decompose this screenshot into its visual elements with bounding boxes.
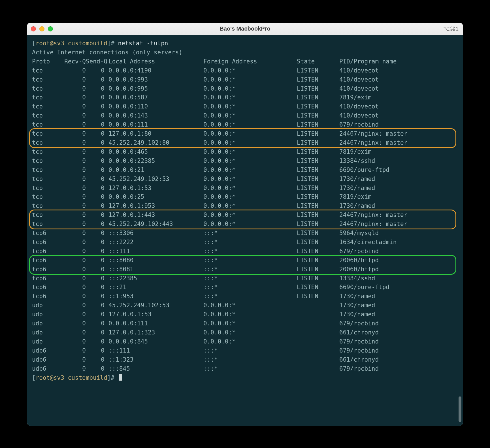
cell-prog: 13384/sshd	[339, 157, 375, 166]
cell-local: 0.0.0.0:110	[108, 102, 203, 111]
cell-proto: tcp6	[32, 238, 57, 247]
cell-prog: 410/dovecot	[339, 66, 379, 75]
terminal-body[interactable]: [root@sv3 custombuild]# netstat -tulpn A…	[27, 35, 463, 426]
cell-recvq: 0	[57, 175, 86, 184]
cell-sendq: 0	[86, 75, 108, 84]
table-row: udp000.0.0.0:1110.0.0.0:*679/rpcbind	[32, 319, 463, 328]
cell-sendq: 0	[86, 202, 108, 211]
cell-state: LISTEN	[297, 157, 339, 166]
table-row: udp00127.0.0.1:3230.0.0.0:*661/chronyd	[32, 328, 463, 337]
cell-sendq: 0	[86, 157, 108, 166]
cell-prog: 24467/nginx: master	[339, 211, 407, 220]
cell-recvq: 0	[57, 247, 86, 256]
cell-proto: tcp	[32, 102, 57, 111]
cell-prog: 20060/httpd	[339, 265, 379, 274]
table-row: udp00127.0.0.1:530.0.0.0:*1730/named	[32, 310, 463, 319]
cell-state: LISTEN	[297, 102, 339, 111]
cell-foreign: :::*	[203, 229, 297, 238]
cell-foreign: 0.0.0.0:*	[203, 337, 297, 346]
cell-foreign: :::*	[203, 355, 297, 364]
cell-sendq: 0	[86, 292, 108, 301]
fullscreen-icon[interactable]	[48, 26, 53, 31]
cell-recvq: 0	[57, 292, 86, 301]
cell-proto: tcp6	[32, 283, 57, 292]
cell-proto: tcp	[32, 157, 57, 166]
cell-local: 45.252.249.102:53	[108, 301, 203, 310]
table-row: tcp600:::8081:::*LISTEN20060/httpd	[32, 265, 463, 274]
cell-foreign: :::*	[203, 346, 297, 355]
cell-local: :::8081	[108, 265, 203, 274]
cell-foreign: :::*	[203, 247, 297, 256]
window-controls	[31, 26, 53, 31]
cell-sendq: 0	[86, 337, 108, 346]
cell-state: LISTEN	[297, 247, 339, 256]
cell-prog: 24467/nginx: master	[339, 129, 407, 138]
column-headers: ProtoRecv-QSend-QLocal AddressForeign Ad…	[32, 57, 463, 66]
cell-local: 127.0.0.1:53	[108, 310, 203, 319]
cell-sendq: 0	[86, 310, 108, 319]
cell-proto: tcp	[32, 111, 57, 120]
cell-proto: tcp	[32, 175, 57, 184]
cell-foreign: :::*	[203, 274, 297, 283]
cell-prog: 6690/pure-ftpd	[339, 283, 389, 292]
cell-local: :::2222	[108, 238, 203, 247]
cell-sendq: 0	[86, 148, 108, 157]
cell-local: ::1:953	[108, 292, 203, 301]
cell-proto: tcp	[32, 211, 57, 220]
cell-sendq: 0	[86, 211, 108, 220]
cell-state: LISTEN	[297, 66, 339, 75]
header-line: Active Internet connections (only server…	[32, 48, 463, 57]
cell-proto: tcp	[32, 184, 57, 193]
cell-prog: 24467/nginx: master	[339, 138, 407, 148]
cell-recvq: 0	[57, 184, 86, 193]
cell-recvq: 0	[57, 265, 86, 274]
cell-prog: 410/dovecot	[339, 111, 379, 120]
scrollbar[interactable]	[459, 396, 461, 422]
cell-local: :::21	[108, 283, 203, 292]
cell-recvq: 0	[57, 75, 86, 84]
cell-proto: tcp6	[32, 229, 57, 238]
cell-foreign: 0.0.0.0:*	[203, 102, 297, 111]
table-row: tcp600:::2222:::*LISTEN1634/directadmin	[32, 238, 463, 247]
cell-foreign: 0.0.0.0:*	[203, 328, 297, 337]
cell-foreign: 0.0.0.0:*	[203, 75, 297, 84]
cell-sendq: 0	[86, 346, 108, 355]
cell-proto: tcp	[32, 120, 57, 129]
cell-prog: 679/rpcbind	[339, 247, 379, 256]
cell-prog: 7819/exim	[339, 93, 372, 102]
cell-sendq: 0	[86, 256, 108, 265]
cell-prog: 679/rpcbind	[339, 319, 379, 328]
cell-foreign: 0.0.0.0:*	[203, 184, 297, 193]
cell-local: 0.0.0.0:845	[108, 337, 203, 346]
cell-foreign: :::*	[203, 256, 297, 265]
cell-prog: 1730/named	[339, 292, 375, 301]
cell-local: 45.252.249.102:53	[108, 175, 203, 184]
cell-proto: tcp	[32, 202, 57, 211]
minimize-icon[interactable]	[39, 26, 44, 31]
cell-sendq: 0	[86, 220, 108, 229]
cell-state: LISTEN	[297, 120, 339, 129]
cell-recvq: 0	[57, 93, 86, 102]
cell-local: 0.0.0.0:22385	[108, 157, 203, 166]
table-row: tcp000.0.0.0:250.0.0.0:*LISTEN7819/exim	[32, 193, 463, 202]
cell-state: LISTEN	[297, 193, 339, 202]
cell-recvq: 0	[57, 148, 86, 157]
cell-prog: 679/rpcbind	[339, 120, 379, 129]
cell-state: LISTEN	[297, 220, 339, 229]
cell-foreign: 0.0.0.0:*	[203, 301, 297, 310]
table-row: tcp000.0.0.0:5870.0.0.0:*LISTEN7819/exim	[32, 93, 463, 102]
cell-sendq: 0	[86, 238, 108, 247]
cell-foreign: :::*	[203, 364, 297, 374]
cell-local: 0.0.0.0:25	[108, 193, 203, 202]
cell-recvq: 0	[57, 346, 86, 355]
cell-proto: udp	[32, 301, 57, 310]
cursor-icon	[119, 374, 122, 381]
table-row: udp0045.252.249.102:530.0.0.0:*1730/name…	[32, 301, 463, 310]
close-icon[interactable]	[31, 26, 36, 31]
cell-prog: 679/rpcbind	[339, 337, 379, 346]
cell-foreign: :::*	[203, 238, 297, 247]
cell-prog: 410/dovecot	[339, 102, 379, 111]
prompt-line-end: [root@sv3 custombuild]#	[32, 374, 463, 383]
cell-prog: 6690/pure-ftpd	[339, 166, 389, 175]
table-row: udp600::1:323:::*661/chronyd	[32, 355, 463, 364]
